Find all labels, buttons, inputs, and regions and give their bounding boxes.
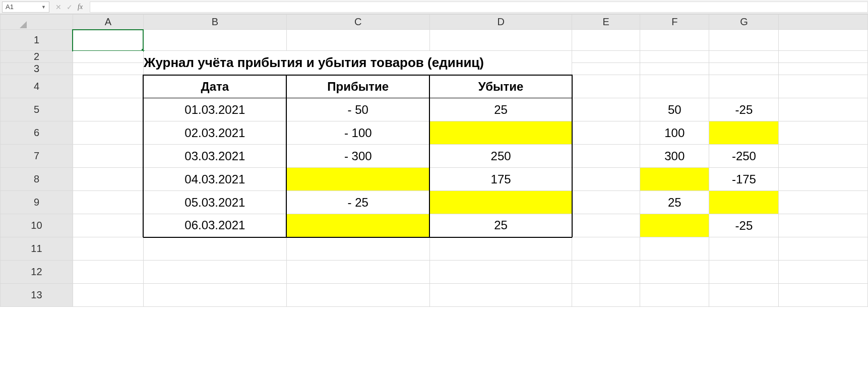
cell-A12[interactable] [73, 261, 143, 284]
cell-H7[interactable] [779, 145, 868, 168]
row-header-5[interactable]: 5 [1, 98, 73, 121]
cell-F5[interactable]: 50 [640, 98, 709, 121]
cell-B6[interactable]: 02.03.2021 [143, 121, 286, 145]
col-header-A[interactable]: A [73, 15, 143, 30]
cell-A2[interactable] [73, 51, 143, 63]
cell-E9[interactable] [572, 191, 640, 214]
cell-B10[interactable]: 06.03.2021 [143, 214, 286, 237]
cell-C6[interactable]: - 100 [286, 121, 429, 145]
cell-B9[interactable]: 05.03.2021 [143, 191, 286, 214]
row-header-4[interactable]: 4 [1, 75, 73, 98]
col-header-D[interactable]: D [429, 15, 572, 30]
cell-A5[interactable] [73, 98, 143, 121]
cell-A6[interactable] [73, 121, 143, 145]
row-header-8[interactable]: 8 [1, 168, 73, 191]
cell-D8[interactable]: 175 [429, 168, 572, 191]
cell-D7[interactable]: 250 [429, 145, 572, 168]
cell-D1[interactable] [429, 30, 572, 51]
cell-G3[interactable] [709, 63, 779, 75]
cell-H5[interactable] [779, 98, 868, 121]
row-header-11[interactable]: 11 [1, 237, 73, 261]
cell-F8[interactable] [640, 168, 709, 191]
cell-C4[interactable]: Прибытие [286, 75, 429, 98]
cell-F6[interactable]: 100 [640, 121, 709, 145]
cell-B7[interactable]: 03.03.2021 [143, 145, 286, 168]
cell-D5[interactable]: 25 [429, 98, 572, 121]
cell-C5[interactable]: - 50 [286, 98, 429, 121]
cell-E2[interactable] [572, 51, 640, 63]
row-header-12[interactable]: 12 [1, 261, 73, 284]
cell-E3[interactable] [572, 63, 640, 75]
chevron-down-icon[interactable]: ▼ [41, 5, 46, 10]
cell-E12[interactable] [572, 261, 640, 284]
col-header-F[interactable]: F [640, 15, 709, 30]
cell-C7[interactable]: - 300 [286, 145, 429, 168]
row-header-7[interactable]: 7 [1, 145, 73, 168]
cell-A7[interactable] [73, 145, 143, 168]
cell-H12[interactable] [779, 261, 868, 284]
cell-D6[interactable] [429, 121, 572, 145]
cell-H3[interactable] [779, 63, 868, 75]
col-header-G[interactable]: G [709, 15, 779, 30]
col-header-B[interactable]: B [143, 15, 286, 30]
cell-H10[interactable] [779, 214, 868, 237]
cell-G1[interactable] [709, 30, 779, 51]
cell-G9[interactable] [709, 191, 779, 214]
spreadsheet-grid[interactable]: A B C D E F G 1 2 Журнал учёта прибытия … [0, 14, 868, 384]
select-all-corner[interactable] [1, 15, 73, 30]
row-header-1[interactable]: 1 [1, 30, 73, 51]
cell-E11[interactable] [572, 237, 640, 261]
cell-F4[interactable] [640, 75, 709, 98]
cell-F11[interactable] [640, 237, 709, 261]
cell-F13[interactable] [640, 284, 709, 307]
cell-G7[interactable]: -250 [709, 145, 779, 168]
cell-A9[interactable] [73, 191, 143, 214]
cell-H8[interactable] [779, 168, 868, 191]
cell-E13[interactable] [572, 284, 640, 307]
cell-G10[interactable]: -25 [709, 214, 779, 237]
cell-D4[interactable]: Убытие [429, 75, 572, 98]
cell-F12[interactable] [640, 261, 709, 284]
cell-A1[interactable] [73, 30, 143, 51]
row-header-2[interactable]: 2 [1, 51, 73, 63]
cell-H4[interactable] [779, 75, 868, 98]
cell-F2[interactable] [640, 51, 709, 63]
row-header-6[interactable]: 6 [1, 121, 73, 145]
formula-input[interactable] [90, 2, 868, 13]
cell-B4[interactable]: Дата [143, 75, 286, 98]
cell-G12[interactable] [709, 261, 779, 284]
cell-H6[interactable] [779, 121, 868, 145]
cell-E1[interactable] [572, 30, 640, 51]
cell-E5[interactable] [572, 98, 640, 121]
cell-A11[interactable] [73, 237, 143, 261]
cell-C12[interactable] [286, 261, 429, 284]
cell-A3[interactable] [73, 63, 143, 75]
cell-G5[interactable]: -25 [709, 98, 779, 121]
cell-C13[interactable] [286, 284, 429, 307]
cell-A8[interactable] [73, 168, 143, 191]
row-header-13[interactable]: 13 [1, 284, 73, 307]
cell-A4[interactable] [73, 75, 143, 98]
row-header-3[interactable]: 3 [1, 63, 73, 75]
cell-B12[interactable] [143, 261, 286, 284]
cell-E8[interactable] [572, 168, 640, 191]
cell-G8[interactable]: -175 [709, 168, 779, 191]
row-header-10[interactable]: 10 [1, 214, 73, 237]
row-header-9[interactable]: 9 [1, 191, 73, 214]
cell-F10[interactable] [640, 214, 709, 237]
cell-F7[interactable]: 300 [640, 145, 709, 168]
fx-icon[interactable]: fx [78, 3, 83, 11]
cell-D9[interactable] [429, 191, 572, 214]
cell-G2[interactable] [709, 51, 779, 63]
cell-E6[interactable] [572, 121, 640, 145]
cell-B5[interactable]: 01.03.2021 [143, 98, 286, 121]
cell-title[interactable]: Журнал учёта прибытия и убытия товаров (… [143, 51, 572, 75]
cell-H2[interactable] [779, 51, 868, 63]
col-header-blank[interactable] [779, 15, 868, 30]
cell-B8[interactable]: 04.03.2021 [143, 168, 286, 191]
cell-D13[interactable] [429, 284, 572, 307]
cell-H13[interactable] [779, 284, 868, 307]
cell-F3[interactable] [640, 63, 709, 75]
cell-C11[interactable] [286, 237, 429, 261]
cell-B11[interactable] [143, 237, 286, 261]
